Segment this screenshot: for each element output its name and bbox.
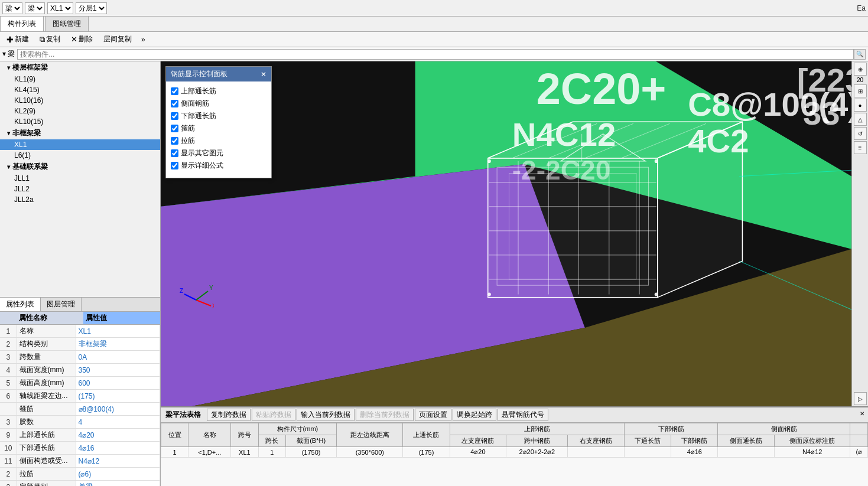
prop-value[interactable]: 单梁 [76,481,160,487]
prop-value[interactable]: (175) [76,390,160,403]
search-input[interactable] [17,49,854,60]
prop-name: 上部通长筋 [17,429,76,442]
paste-span-button[interactable]: 粘贴跨数据 [252,409,295,421]
cell-right-support[interactable] [625,447,671,458]
checkbox-row-0: 上部通长筋 [171,86,266,96]
tree-group-foundation-tie[interactable]: ▾ 基础联系梁 [0,161,160,173]
cell-span[interactable]: 1 [258,447,285,458]
copy-button[interactable]: ⧉ 复制 [35,32,64,46]
tree-item-kl10-15[interactable]: KL10(15) [0,116,160,127]
tree-item-l6[interactable]: L6(1) [0,150,160,161]
tab-component-list[interactable]: 构件列表 [0,16,44,31]
col-header-upper-long: 上通长筋 [403,423,450,447]
tree-item-kl10-16[interactable]: KL10(16) [0,95,160,106]
rotate-button[interactable]: ↺ [854,127,867,140]
prop-row-num: 3 [0,481,17,487]
cell-name[interactable]: XL1 [231,447,258,458]
dropdown-beam-subtype[interactable]: 梁 [25,2,45,14]
cell-lower-bar[interactable] [718,447,775,458]
cell-lower-long[interactable]: 4⌀16 [671,447,718,458]
tree-item-kl4[interactable]: KL4(15) [0,84,160,95]
floor-copy-button[interactable]: 层间复制 [99,32,136,46]
tree-item-jll1[interactable]: JLL1 [0,173,160,184]
checkbox-2[interactable] [171,112,178,120]
input-current-col-button[interactable]: 输入当前列数据 [297,409,355,421]
dropdown-beam-type[interactable]: 梁 [2,2,22,14]
svg-point-23 [487,159,491,163]
prop-value[interactable]: 4⌀16 [76,442,160,455]
page-settings-button[interactable]: 页面设置 [415,409,451,421]
search-button[interactable]: 🔍 [854,49,866,60]
prop-row-num [0,403,17,416]
cell-left-support[interactable]: 2⌀20+2-2⌀2 [506,447,568,458]
cell-dist[interactable]: (175) [403,447,450,458]
prop-name: 跨数量 [17,351,76,364]
props-tab-layers[interactable]: 图层管理 [41,298,82,311]
checkbox-label-2: 下部通长筋 [181,111,216,121]
prop-name: 箍筋 [17,403,76,416]
checkbox-4[interactable] [171,137,178,145]
prop-value[interactable]: (⌀6) [76,468,160,481]
bottom-panel-close[interactable]: ✕ [857,409,867,418]
prop-row-num: 3 [0,416,17,429]
more-button[interactable]: » [138,34,148,45]
cell-section[interactable]: (350*600) [337,447,403,458]
expand-button[interactable]: ▷ [854,392,867,405]
prop-value[interactable]: 4⌀20 [76,429,160,442]
props-tab-list[interactable]: 属性列表 [0,298,41,311]
checkbox-3[interactable] [171,125,178,132]
col-header-pos: 位置 [161,423,188,447]
delete-button[interactable]: ✕ 删除 [67,32,97,46]
svg-text:N4C12: N4C12 [512,116,616,153]
prop-name: 轴线距梁左边... [17,390,76,403]
cell-side-long[interactable]: N4⌀12 [775,447,850,458]
prop-name: 下部通长筋 [17,442,76,455]
col-header-span-len: 跨长 [258,435,285,447]
cell-mid[interactable] [568,447,625,458]
triangle-button[interactable]: △ [854,113,867,126]
checkbox-5[interactable] [171,149,178,157]
cell-upper-long[interactable]: 4⌀20 [450,447,506,458]
prop-name: 结构类别 [17,338,76,351]
svg-text:X: X [212,303,214,309]
dot-button[interactable]: ● [854,99,867,112]
cell-span-len[interactable]: (1750) [285,447,336,458]
tree-group-non-frame[interactable]: ▾ 非框架梁 [0,127,160,139]
prop-row-num: 6 [0,390,17,403]
cantilever-rebar-button[interactable]: 悬臂钢筋代号 [498,409,548,421]
canvas-area[interactable]: 2C20+ N4C12 -2-2C20 C8@100(4) 4C2 [2237]… [161,61,851,406]
zoom-in-button[interactable]: ⊕ [854,63,867,76]
prop-value[interactable]: XL1 [76,325,160,338]
tree-item-xl1[interactable]: XL1 [0,139,160,150]
cell-side-pos[interactable]: (⌀ [850,447,868,458]
new-button[interactable]: ✚ 新建 [2,32,33,46]
copy-span-button[interactable]: 复制跨数据 [207,409,251,421]
properties-table-wrap: 1 名称 XL1 2 结构类别 非框架梁 3 跨数量 0A 4 截面宽度(mm)… [0,325,160,486]
checkbox-6[interactable] [171,162,178,169]
prop-value[interactable]: 0A [76,351,160,364]
lines-button[interactable]: ≡ [854,141,867,154]
prop-value[interactable]: 600 [76,377,160,390]
tab-drawing-management[interactable]: 图纸管理 [45,16,89,31]
col-header-lower-bar: 下部钢筋 [671,435,718,447]
cell-pos[interactable]: <1,D+... [188,447,231,458]
prop-value[interactable]: ⌀8@100(4) [76,403,160,416]
tree-item-kl1[interactable]: KL1(9) [0,74,160,84]
col-header-extra2 [850,435,868,447]
swap-start-span-button[interactable]: 调换起始跨 [453,409,496,421]
checkbox-0[interactable] [171,87,178,95]
checkbox-1[interactable] [171,100,178,107]
panel-close-button[interactable]: ✕ [261,70,266,79]
tree-item-kl2[interactable]: KL2(9) [0,106,160,116]
prop-value[interactable]: 非框架梁 [76,338,160,351]
tree-item-jll2a[interactable]: JLL2a [0,194,160,205]
dropdown-floor[interactable]: 分层1 [76,2,107,14]
prop-value[interactable]: N4⌀12 [76,455,160,468]
grid-button[interactable]: ⊞ [854,84,867,97]
tree-group-floor-frame[interactable]: ▾ 楼层框架梁 [0,61,160,74]
tree-item-jll2[interactable]: JLL2 [0,184,160,194]
dropdown-beam-name[interactable]: XL1 [47,2,73,14]
delete-current-col-button[interactable]: 删除当前列数据 [356,409,414,421]
prop-value[interactable]: 4 [76,416,160,429]
prop-value[interactable]: 350 [76,364,160,377]
